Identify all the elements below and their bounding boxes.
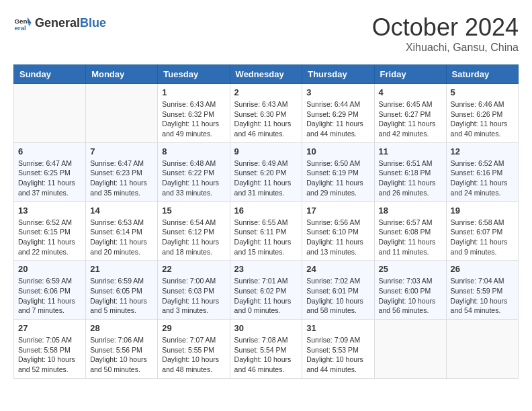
day-number: 19 <box>451 205 514 216</box>
calendar-table: Sunday Monday Tuesday Wednesday Thursday… <box>13 64 519 379</box>
header-sunday: Sunday <box>14 65 86 84</box>
logo-general: General <box>35 16 80 30</box>
day-info: Sunrise: 6:52 AM Sunset: 6:16 PM Dayligh… <box>451 158 514 198</box>
day-info: Sunrise: 6:52 AM Sunset: 6:15 PM Dayligh… <box>18 218 81 257</box>
calendar-day-cell: 6Sunrise: 6:47 AM Sunset: 6:25 PM Daylig… <box>14 142 86 201</box>
weekday-header-row: Sunday Monday Tuesday Wednesday Thursday… <box>14 65 519 84</box>
day-info: Sunrise: 6:43 AM Sunset: 6:30 PM Dayligh… <box>234 99 298 139</box>
page-header: Gen eral GeneralBlue October 2024 Xihuac… <box>13 13 519 54</box>
day-number: 6 <box>18 146 81 156</box>
calendar-week-row: 13Sunrise: 6:52 AM Sunset: 6:15 PM Dayli… <box>14 201 519 261</box>
day-number: 26 <box>451 264 514 274</box>
day-info: Sunrise: 6:47 AM Sunset: 6:23 PM Dayligh… <box>90 158 153 198</box>
day-number: 17 <box>306 205 369 216</box>
day-info: Sunrise: 6:44 AM Sunset: 6:29 PM Dayligh… <box>306 99 369 139</box>
calendar-day-cell: 18Sunrise: 6:57 AM Sunset: 6:08 PM Dayli… <box>374 201 446 261</box>
svg-text:eral: eral <box>14 24 26 32</box>
calendar-day-cell: 13Sunrise: 6:52 AM Sunset: 6:15 PM Dayli… <box>14 201 86 261</box>
day-number: 10 <box>306 146 369 156</box>
day-number: 9 <box>234 146 298 156</box>
day-info: Sunrise: 6:50 AM Sunset: 6:19 PM Dayligh… <box>306 158 369 198</box>
day-number: 16 <box>234 205 298 216</box>
day-number: 7 <box>90 146 153 156</box>
calendar-day-cell: 15Sunrise: 6:54 AM Sunset: 6:12 PM Dayli… <box>158 201 230 261</box>
day-info: Sunrise: 7:06 AM Sunset: 5:56 PM Dayligh… <box>90 335 153 375</box>
logo-icon: Gen eral <box>13 13 32 32</box>
day-info: Sunrise: 6:55 AM Sunset: 6:11 PM Dayligh… <box>234 218 298 257</box>
calendar-day-cell <box>14 84 86 143</box>
day-info: Sunrise: 6:48 AM Sunset: 6:22 PM Dayligh… <box>162 158 225 198</box>
day-number: 21 <box>90 264 153 274</box>
day-info: Sunrise: 7:09 AM Sunset: 5:53 PM Dayligh… <box>306 335 369 375</box>
day-info: Sunrise: 6:59 AM Sunset: 6:05 PM Dayligh… <box>90 276 153 316</box>
calendar-day-cell: 25Sunrise: 7:03 AM Sunset: 6:00 PM Dayli… <box>374 261 446 320</box>
calendar-day-cell <box>446 320 518 379</box>
calendar-day-cell: 7Sunrise: 6:47 AM Sunset: 6:23 PM Daylig… <box>86 142 158 201</box>
calendar-day-cell: 9Sunrise: 6:49 AM Sunset: 6:20 PM Daylig… <box>230 142 302 201</box>
header-monday: Monday <box>86 65 158 84</box>
day-info: Sunrise: 6:56 AM Sunset: 6:10 PM Dayligh… <box>306 218 369 257</box>
day-info: Sunrise: 6:43 AM Sunset: 6:32 PM Dayligh… <box>162 99 225 139</box>
svg-marker-2 <box>28 17 32 23</box>
day-number: 18 <box>379 205 442 216</box>
calendar-day-cell: 26Sunrise: 7:04 AM Sunset: 5:59 PM Dayli… <box>446 261 518 320</box>
month-title: October 2024 <box>372 13 519 42</box>
day-number: 23 <box>234 264 298 274</box>
day-info: Sunrise: 6:53 AM Sunset: 6:14 PM Dayligh… <box>90 218 153 257</box>
day-info: Sunrise: 7:00 AM Sunset: 6:03 PM Dayligh… <box>162 276 225 316</box>
calendar-day-cell: 21Sunrise: 6:59 AM Sunset: 6:05 PM Dayli… <box>86 261 158 320</box>
calendar-day-cell <box>374 320 446 379</box>
day-number: 27 <box>18 323 81 333</box>
calendar-day-cell: 31Sunrise: 7:09 AM Sunset: 5:53 PM Dayli… <box>302 320 374 379</box>
day-info: Sunrise: 7:01 AM Sunset: 6:02 PM Dayligh… <box>234 276 298 316</box>
header-thursday: Thursday <box>302 65 374 84</box>
day-info: Sunrise: 6:51 AM Sunset: 6:18 PM Dayligh… <box>379 158 442 198</box>
calendar-week-row: 20Sunrise: 6:59 AM Sunset: 6:06 PM Dayli… <box>14 261 519 320</box>
calendar-day-cell: 20Sunrise: 6:59 AM Sunset: 6:06 PM Dayli… <box>14 261 86 320</box>
calendar-day-cell: 29Sunrise: 7:07 AM Sunset: 5:55 PM Dayli… <box>158 320 230 379</box>
day-info: Sunrise: 7:04 AM Sunset: 5:59 PM Dayligh… <box>451 276 514 316</box>
day-info: Sunrise: 6:54 AM Sunset: 6:12 PM Dayligh… <box>162 218 225 257</box>
day-info: Sunrise: 6:49 AM Sunset: 6:20 PM Dayligh… <box>234 158 298 198</box>
day-number: 4 <box>379 87 442 97</box>
day-number: 12 <box>451 146 514 156</box>
day-info: Sunrise: 6:57 AM Sunset: 6:08 PM Dayligh… <box>379 218 442 257</box>
day-number: 25 <box>379 264 442 274</box>
day-number: 5 <box>451 87 514 97</box>
calendar-day-cell: 11Sunrise: 6:51 AM Sunset: 6:18 PM Dayli… <box>374 142 446 201</box>
day-number: 8 <box>162 146 225 156</box>
calendar-day-cell: 16Sunrise: 6:55 AM Sunset: 6:11 PM Dayli… <box>230 201 302 261</box>
day-number: 13 <box>18 205 81 216</box>
calendar-day-cell: 24Sunrise: 7:02 AM Sunset: 6:01 PM Dayli… <box>302 261 374 320</box>
day-info: Sunrise: 7:07 AM Sunset: 5:55 PM Dayligh… <box>162 335 225 375</box>
day-number: 29 <box>162 323 225 333</box>
calendar-day-cell: 19Sunrise: 6:58 AM Sunset: 6:07 PM Dayli… <box>446 201 518 261</box>
day-number: 2 <box>234 87 298 97</box>
calendar-day-cell: 30Sunrise: 7:08 AM Sunset: 5:54 PM Dayli… <box>230 320 302 379</box>
day-number: 22 <box>162 264 225 274</box>
day-number: 31 <box>306 323 369 333</box>
day-number: 14 <box>90 205 153 216</box>
calendar-day-cell: 1Sunrise: 6:43 AM Sunset: 6:32 PM Daylig… <box>158 84 230 143</box>
location-title: Xihuachi, Gansu, China <box>372 42 519 54</box>
day-info: Sunrise: 7:02 AM Sunset: 6:01 PM Dayligh… <box>306 276 369 316</box>
calendar-day-cell: 10Sunrise: 6:50 AM Sunset: 6:19 PM Dayli… <box>302 142 374 201</box>
day-info: Sunrise: 6:59 AM Sunset: 6:06 PM Dayligh… <box>18 276 81 316</box>
day-number: 30 <box>234 323 298 333</box>
calendar-day-cell: 23Sunrise: 7:01 AM Sunset: 6:02 PM Dayli… <box>230 261 302 320</box>
calendar-day-cell <box>86 84 158 143</box>
day-info: Sunrise: 6:45 AM Sunset: 6:27 PM Dayligh… <box>379 99 442 139</box>
day-number: 28 <box>90 323 153 333</box>
day-info: Sunrise: 7:03 AM Sunset: 6:00 PM Dayligh… <box>379 276 442 316</box>
day-info: Sunrise: 7:08 AM Sunset: 5:54 PM Dayligh… <box>234 335 298 375</box>
calendar-day-cell: 22Sunrise: 7:00 AM Sunset: 6:03 PM Dayli… <box>158 261 230 320</box>
calendar-day-cell: 14Sunrise: 6:53 AM Sunset: 6:14 PM Dayli… <box>86 201 158 261</box>
calendar-day-cell: 2Sunrise: 6:43 AM Sunset: 6:30 PM Daylig… <box>230 84 302 143</box>
day-number: 11 <box>379 146 442 156</box>
calendar-day-cell: 4Sunrise: 6:45 AM Sunset: 6:27 PM Daylig… <box>374 84 446 143</box>
calendar-week-row: 6Sunrise: 6:47 AM Sunset: 6:25 PM Daylig… <box>14 142 519 201</box>
header-tuesday: Tuesday <box>158 65 230 84</box>
day-number: 15 <box>162 205 225 216</box>
title-area: October 2024 Xihuachi, Gansu, China <box>372 13 519 54</box>
calendar-week-row: 1Sunrise: 6:43 AM Sunset: 6:32 PM Daylig… <box>14 84 519 143</box>
